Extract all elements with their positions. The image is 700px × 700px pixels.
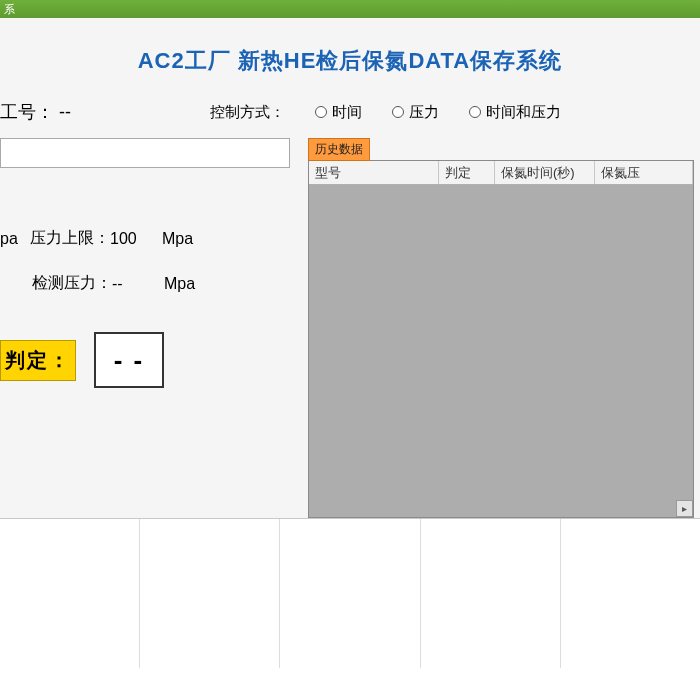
radio-time-label: 时间 [332, 103, 362, 122]
radio-time[interactable]: 时间 [315, 103, 362, 122]
history-panel: 型号 判定 保氮时间(秒) 保氮压 ▸ [308, 160, 694, 518]
radio-pressure[interactable]: 压力 [392, 103, 439, 122]
chevron-right-icon: ▸ [682, 503, 687, 514]
control-method-label: 控制方式： [210, 103, 285, 122]
window-titlebar: 系 [0, 0, 700, 18]
judge-box: 判定： - - [0, 332, 300, 388]
detect-pressure-unit: Mpa [164, 275, 212, 293]
employee-id-value: -- [59, 102, 71, 122]
history-grid-header: 型号 判定 保氮时间(秒) 保氮压 [309, 161, 693, 185]
bottom-cell [561, 519, 700, 668]
bottom-cell [0, 519, 140, 668]
bottom-cell [421, 519, 561, 668]
pressure-upper-value: 100 [110, 230, 162, 248]
scroll-right-button[interactable]: ▸ [676, 500, 693, 517]
radio-time-and-pressure[interactable]: 时间和压力 [469, 103, 561, 122]
col-time[interactable]: 保氮时间(秒) [495, 161, 595, 184]
client-area: AC2工厂 新热HE检后保氮DATA保存系统 工号： -- 控制方式： 时间 压… [0, 18, 700, 518]
bottom-table-row [0, 518, 700, 668]
blank-area [0, 668, 700, 700]
pressure-upper-label: 压力上限： [30, 228, 110, 249]
radio-icon [315, 106, 327, 118]
judge-label: 判定： [0, 340, 76, 381]
left-pane: pa 压力上限： 100 Mpa 检测压力： -- Mpa 判定： - - [0, 138, 300, 518]
pressure-upper-row: pa 压力上限： 100 Mpa [0, 228, 300, 249]
app-window: 系 AC2工厂 新热HE检后保氮DATA保存系统 工号： -- 控制方式： 时间… [0, 0, 700, 700]
radio-pressure-label: 压力 [409, 103, 439, 122]
employee-id-field: 工号： -- [0, 100, 140, 124]
bottom-cell [280, 519, 420, 668]
right-pane: 历史数据 型号 判定 保氮时间(秒) 保氮压 ▸ [300, 138, 700, 518]
control-method-group: 控制方式： 时间 压力 时间和压力 [210, 103, 561, 122]
radio-icon [392, 106, 404, 118]
pressure-upper-unit: Mpa [162, 230, 210, 248]
titlebar-text: 系 [4, 2, 15, 17]
history-grid-body[interactable]: ▸ [309, 185, 693, 517]
col-press[interactable]: 保氮压 [595, 161, 693, 184]
radio-both-label: 时间和压力 [486, 103, 561, 122]
employee-id-label: 工号： [0, 102, 54, 122]
bottom-cell [140, 519, 280, 668]
tab-history[interactable]: 历史数据 [308, 138, 370, 161]
content-row: pa 压力上限： 100 Mpa 检测压力： -- Mpa 判定： - - 历史… [0, 138, 700, 518]
col-judge[interactable]: 判定 [439, 161, 495, 184]
detect-pressure-label: 检测压力： [32, 273, 112, 294]
left-unit-truncated: pa [0, 230, 30, 248]
col-model[interactable]: 型号 [309, 161, 439, 184]
judge-value: - - [94, 332, 164, 388]
main-text-input[interactable] [0, 138, 290, 168]
detect-pressure-row: 检测压力： -- Mpa [32, 273, 300, 294]
detect-pressure-value: -- [112, 275, 164, 293]
radio-icon [469, 106, 481, 118]
form-header-row: 工号： -- 控制方式： 时间 压力 时间和压力 [0, 100, 700, 124]
page-title: AC2工厂 新热HE检后保氮DATA保存系统 [0, 18, 700, 100]
